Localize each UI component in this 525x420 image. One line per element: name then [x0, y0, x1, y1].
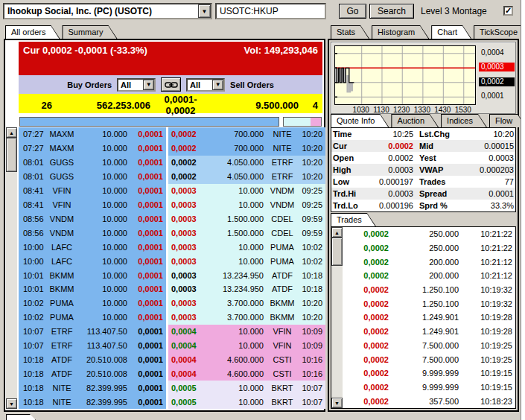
order-row[interactable]: 08:56VNDM10.0000,00010,00031.500.000CDEL…	[19, 226, 322, 240]
order-bid-price: 0,0001	[130, 184, 166, 198]
trade-row[interactable]: 0,0002250.00010:21:22	[343, 241, 515, 255]
trade-row[interactable]: 0,00027.500.00010:19:25	[343, 352, 515, 366]
order-row[interactable]: 07:27MAXM10.0000,00010,0002700.000NITE10…	[19, 127, 322, 141]
order-row[interactable]: 08:01GUGS10.0000,00010,00024.050.000ETRF…	[19, 156, 322, 170]
quote-label: Mid	[415, 141, 458, 150]
order-row[interactable]: 10:02PUMA10.0000,00010,00033.700.000BKMM…	[19, 311, 322, 325]
tab-trades[interactable]: Trades	[331, 213, 376, 226]
tab-indices[interactable]: Indices	[441, 114, 487, 127]
chevron-down-icon[interactable]: ▼	[212, 80, 223, 90]
montage-panel: Cur 0,0002 -0,0001 (-33.3%) Vol: 149,293…	[4, 39, 325, 412]
order-size: 10.000	[78, 311, 130, 325]
order-size: 10.000	[78, 226, 130, 240]
orders-scrollbar-track[interactable]	[6, 172, 17, 398]
sell-depth-segment	[283, 117, 322, 127]
order-market-maker: ATDF	[45, 353, 78, 367]
scroll-up-icon[interactable]: ▲	[331, 227, 343, 238]
trade-row[interactable]: 0,0002200.00010:21:12	[343, 255, 515, 269]
tab-auction[interactable]: Auction	[391, 114, 439, 127]
tab-summary[interactable]: Summary	[62, 25, 117, 39]
order-row[interactable]: 08:56VNDM10.0000,00010,00031.500.000CDEL…	[19, 211, 322, 226]
trade-row[interactable]: 0,00029.999.99910:19:15	[343, 381, 515, 395]
tab-chart[interactable]: Chart	[431, 25, 471, 39]
order-ask-time: 10:09	[298, 339, 325, 353]
tab-stats[interactable]: Stats	[331, 25, 369, 39]
trades-scrollbar-thumb[interactable]	[331, 238, 343, 266]
orders-scrollbar[interactable]: ▲ ▼	[6, 127, 17, 409]
order-size: 10.000	[78, 141, 130, 156]
scroll-down-icon[interactable]: ▼	[331, 398, 343, 408]
tab-label: Trades	[331, 214, 375, 226]
bottom-partial-tab[interactable]	[6, 414, 36, 420]
chevron-down-icon[interactable]: ▼	[198, 4, 211, 18]
order-row[interactable]: 10:18NITE82.399.9950,00010,000510.000BKR…	[19, 381, 322, 395]
order-ask-time: 10:20	[298, 127, 325, 141]
trade-row[interactable]: 0,00027.500.00010:19:25	[343, 339, 515, 353]
tab-histogram[interactable]: Histogram	[372, 25, 429, 39]
order-ask-price: 0,0004	[168, 339, 204, 353]
quote-value: 0.0002	[366, 153, 415, 162]
tab-tickscope[interactable]: TickScope	[474, 25, 525, 39]
trade-row[interactable]: 0,0002250.00010:21:22	[343, 227, 515, 241]
trades-scrollbar-track[interactable]	[331, 266, 343, 398]
level3-montage-checkbox[interactable]: ✓	[503, 6, 513, 16]
sell-orders-label: Sell Orders	[230, 80, 274, 89]
trade-price: 0,0002	[343, 383, 389, 392]
link-filters-button[interactable]	[161, 77, 181, 92]
order-row[interactable]: 08:41VFIN10.0000,00010,000310.000VNDM09:…	[19, 198, 322, 212]
order-ask-time: 10:02	[298, 240, 325, 254]
quote-banner: Cur 0,0002 -0,0001 (-33.3%) Vol: 149,293…	[19, 42, 322, 75]
order-row[interactable]: 10:18NITE82.399.9950,00010,000510.000BKR…	[19, 395, 322, 409]
trade-time: 10:21:12	[459, 271, 515, 280]
symbol-input[interactable]	[215, 3, 326, 19]
trade-row[interactable]: 0,00029.999.99910:19:15	[343, 366, 515, 381]
order-bid-price: 0,0001	[130, 141, 166, 156]
symbol-select[interactable]: Ihookup Social, Inc. (PC) (USOTC) ▼	[3, 3, 212, 19]
trade-row[interactable]: 0,00021.249.90110:19:28	[343, 311, 515, 325]
quote-value: 0.0003	[366, 189, 415, 198]
trades-scrollbar[interactable]: ▲ ▼	[331, 227, 343, 408]
order-ask-size: 4.600.000	[204, 353, 267, 367]
go-button[interactable]: Go	[339, 4, 366, 19]
tab-quote-info[interactable]: Quote Info	[331, 114, 389, 127]
trade-row[interactable]: 0,00021.250.10010:19:32	[343, 283, 515, 297]
order-size: 10.000	[78, 254, 130, 268]
order-row[interactable]: 10:07ETRF113.407.500,00010,000410.000VFI…	[19, 339, 322, 353]
order-time: 10:00	[19, 254, 45, 268]
order-bid-price: 0,0001	[130, 381, 166, 395]
order-ask-time: 10:16	[298, 366, 325, 381]
order-ask-market-maker: CSTI	[267, 353, 298, 367]
order-row[interactable]: 10:18ATDF20.510.0080,00010,00044.600.000…	[19, 353, 322, 367]
trade-row[interactable]: 0,00021.250.10010:19:32	[343, 296, 515, 311]
trade-row[interactable]: 0,0002200.00010:21:12	[343, 269, 515, 283]
order-row[interactable]: 10:18ATDF20.510.0080,00010,00044.600.000…	[19, 366, 322, 381]
order-row[interactable]: 08:41VFIN10.0000,00010,000310.000VNDM09:…	[19, 184, 322, 198]
order-row[interactable]: 10:01BKMM10.0000,00010,000313.234.950ATD…	[19, 282, 322, 296]
order-ask-time: 10:18	[298, 282, 325, 296]
order-row[interactable]: 10:01BKMM10.0000,00010,000313.234.950ATD…	[19, 268, 322, 282]
tab-all-orders[interactable]: All orders	[5, 25, 60, 39]
search-button[interactable]: Search	[369, 4, 414, 19]
order-row[interactable]: 10:00LAFC10.0000,00010,000310.000PUMA10:…	[19, 254, 322, 268]
order-row[interactable]: 08:01GUGS10.0000,00010,00024.050.000ETRF…	[19, 170, 322, 184]
buy-filter-select[interactable]: All ▼	[117, 78, 156, 92]
y-tick-label: 0,0003	[479, 63, 515, 71]
order-ask-price: 0,0003	[168, 268, 204, 282]
scroll-down-icon[interactable]: ▼	[6, 398, 17, 409]
trade-size: 200.000	[389, 258, 459, 267]
order-row[interactable]: 10:07ETRF113.407.500,00010,000410.000VFI…	[19, 325, 322, 339]
trade-row[interactable]: 0,00021.249.90110:19:28	[343, 325, 515, 339]
order-ask-market-maker: ATDF	[267, 268, 298, 282]
orders-scrollbar-thumb[interactable]	[6, 138, 17, 172]
trade-time: 10:19:25	[459, 341, 515, 350]
order-bid-price: 0,0001	[130, 366, 166, 381]
order-row[interactable]: 07:27MAXM10.0000,00010,0002700.000NITE10…	[19, 141, 322, 156]
order-row[interactable]: 10:00LAFC10.0000,00010,000310.000PUMA10:…	[19, 240, 322, 254]
order-row[interactable]: 10:02PUMA10.0000,00010,00033.700.000BKMM…	[19, 296, 322, 311]
scroll-up-icon[interactable]: ▲	[6, 127, 17, 138]
sell-filter-select[interactable]: All ▼	[186, 78, 225, 92]
chevron-down-icon[interactable]: ▼	[143, 80, 154, 90]
tab-flow[interactable]: Flow	[489, 114, 525, 127]
order-market-maker: LAFC	[45, 254, 78, 268]
trade-row[interactable]: 0,0002357.50010:18:23	[343, 394, 515, 408]
